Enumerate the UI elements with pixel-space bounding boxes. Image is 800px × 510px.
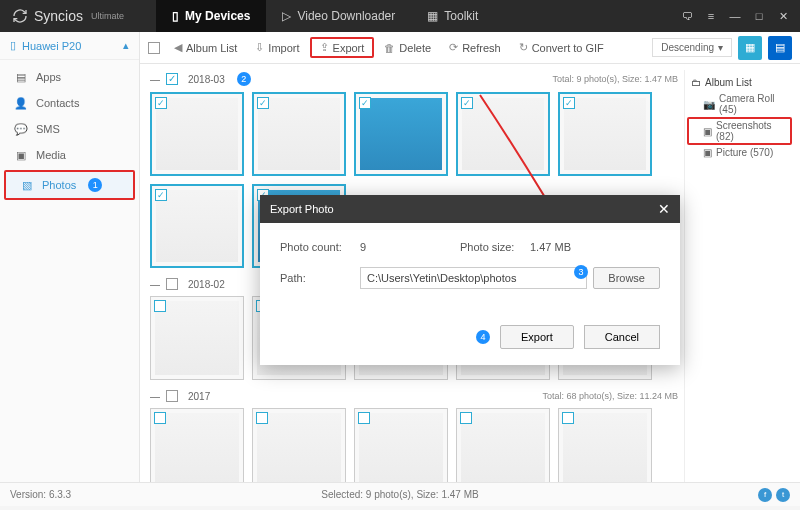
export-button[interactable]: ⇪Export xyxy=(310,37,375,58)
section-label: 2017 xyxy=(188,391,210,402)
convert-icon: ↻ xyxy=(519,41,528,54)
photo-thumb[interactable] xyxy=(150,408,244,482)
photo-size-value: 1.47 MB xyxy=(530,241,590,253)
browse-button[interactable]: Browse xyxy=(593,267,660,289)
brand: Syncios Ultimate xyxy=(0,8,136,24)
photo-thumb[interactable]: ✓ xyxy=(252,92,346,176)
sidebar: ▯ Huawei P20 ▴ ▤Apps 👤Contacts 💬SMS ▣Med… xyxy=(0,32,140,482)
photo-count-value: 9 xyxy=(360,241,420,253)
album-list-title: Album List xyxy=(705,77,752,88)
refresh-icon: ⟳ xyxy=(449,41,458,54)
view-mode-calendar[interactable]: ▦ xyxy=(738,36,762,60)
maximize-icon[interactable]: □ xyxy=(748,5,770,27)
delete-button[interactable]: 🗑Delete xyxy=(376,38,439,58)
section-label: 2018-03 xyxy=(188,74,225,85)
export-icon: ⇪ xyxy=(320,41,329,54)
sidebar-item-media[interactable]: ▣Media xyxy=(0,142,139,168)
photo-thumb[interactable] xyxy=(558,408,652,482)
image-icon: ▣ xyxy=(703,126,712,137)
back-icon: ◀ xyxy=(174,41,182,54)
album-picture[interactable]: ▣Picture (570) xyxy=(687,145,792,160)
photo-thumb[interactable]: ✓ xyxy=(354,92,448,176)
photo-thumb[interactable]: ✓ xyxy=(558,92,652,176)
sort-dropdown[interactable]: Descending▾ xyxy=(652,38,732,57)
nav-my-devices[interactable]: ▯ My Devices xyxy=(156,0,266,32)
collapse-icon[interactable]: — xyxy=(150,279,160,290)
dialog-title: Export Photo xyxy=(270,203,334,215)
section-2017: — 2017 Total: 68 photo(s), Size: 11.24 M… xyxy=(150,388,678,482)
media-icon: ▣ xyxy=(14,148,28,162)
step-badge-4: 4 xyxy=(476,330,490,344)
status-bar: Version: 6.3.3 Selected: 9 photo(s), Siz… xyxy=(0,482,800,506)
toolbar: ◀Album List ⇩Import ⇪Export 🗑Delete ⟳Ref… xyxy=(140,32,800,64)
minimize-icon[interactable]: — xyxy=(724,5,746,27)
sidebar-item-contacts[interactable]: 👤Contacts xyxy=(0,90,139,116)
device-selector[interactable]: ▯ Huawei P20 ▴ xyxy=(0,32,139,60)
photo-count-label: Photo count: xyxy=(280,241,360,253)
camera-icon: 📷 xyxy=(703,99,715,110)
image-icon: ▣ xyxy=(703,147,712,158)
album-panel: 🗀Album List 📷Camera Roll (45) ▣Screensho… xyxy=(684,70,794,482)
chat-icon[interactable]: 🗨 xyxy=(676,5,698,27)
facebook-icon[interactable]: f xyxy=(758,488,772,502)
export-photo-dialog: Export Photo ✕ Photo count: 9 Photo size… xyxy=(260,195,680,365)
photo-icon: ▧ xyxy=(20,178,34,192)
convert-gif-button[interactable]: ↻Convert to GIF xyxy=(511,37,612,58)
photo-thumb[interactable] xyxy=(456,408,550,482)
nav-video-downloader[interactable]: ▷ Video Downloader xyxy=(266,0,411,32)
brand-edition: Ultimate xyxy=(91,11,124,21)
sidebar-item-photos[interactable]: ▧ Photos 1 xyxy=(4,170,135,200)
album-screenshots[interactable]: ▣Screenshots (82) xyxy=(687,117,792,145)
phone-icon: ▯ xyxy=(172,9,179,23)
play-icon: ▷ xyxy=(282,9,291,23)
collapse-icon[interactable]: — xyxy=(150,391,160,402)
path-input[interactable] xyxy=(360,267,587,289)
section-info: Total: 68 photo(s), Size: 11.24 MB xyxy=(542,391,678,401)
dialog-close-icon[interactable]: ✕ xyxy=(658,201,670,217)
section-info: Total: 9 photo(s), Size: 1.47 MB xyxy=(552,74,678,84)
titlebar: Syncios Ultimate ▯ My Devices ▷ Video Do… xyxy=(0,0,800,32)
photo-thumb[interactable]: ✓ xyxy=(456,92,550,176)
trash-icon: 🗑 xyxy=(384,42,395,54)
photo-thumb[interactable] xyxy=(150,296,244,380)
view-mode-grid[interactable]: ▤ xyxy=(768,36,792,60)
dialog-cancel-button[interactable]: Cancel xyxy=(584,325,660,349)
photo-thumb[interactable]: ✓ xyxy=(150,184,244,268)
caret-down-icon: ▾ xyxy=(718,42,723,53)
photo-size-label: Photo size: xyxy=(460,241,530,253)
photo-thumb[interactable] xyxy=(252,408,346,482)
collapse-icon[interactable]: — xyxy=(150,74,160,85)
import-icon: ⇩ xyxy=(255,41,264,54)
path-label: Path: xyxy=(280,272,360,284)
user-icon: 👤 xyxy=(14,96,28,110)
close-icon[interactable]: ✕ xyxy=(772,5,794,27)
step-badge-1: 1 xyxy=(88,178,102,192)
album-list-button[interactable]: ◀Album List xyxy=(166,37,245,58)
sync-icon xyxy=(12,8,28,24)
selection-status: Selected: 9 photo(s), Size: 1.47 MB xyxy=(321,489,478,500)
select-all-checkbox[interactable] xyxy=(148,42,160,54)
twitter-icon[interactable]: t xyxy=(776,488,790,502)
album-camera-roll[interactable]: 📷Camera Roll (45) xyxy=(687,91,792,117)
section-label: 2018-02 xyxy=(188,279,225,290)
caret-up-icon: ▴ xyxy=(123,39,129,52)
grid-icon: ▦ xyxy=(427,9,438,23)
section-checkbox[interactable] xyxy=(166,278,178,290)
sidebar-item-apps[interactable]: ▤Apps xyxy=(0,64,139,90)
folder-icon: 🗀 xyxy=(691,77,701,88)
step-badge-2: 2 xyxy=(237,72,251,86)
brand-name: Syncios xyxy=(34,8,83,24)
section-checkbox[interactable]: ✓ xyxy=(166,73,178,85)
photo-thumb[interactable]: ✓ xyxy=(150,92,244,176)
import-button[interactable]: ⇩Import xyxy=(247,37,307,58)
menu-icon[interactable]: ≡ xyxy=(700,5,722,27)
section-checkbox[interactable] xyxy=(166,390,178,402)
nav-toolkit[interactable]: ▦ Toolkit xyxy=(411,0,494,32)
sms-icon: 💬 xyxy=(14,122,28,136)
photo-thumb[interactable] xyxy=(354,408,448,482)
step-badge-3: 3 xyxy=(574,265,588,279)
refresh-button[interactable]: ⟳Refresh xyxy=(441,37,509,58)
dialog-export-button[interactable]: Export xyxy=(500,325,574,349)
version-label: Version: 6.3.3 xyxy=(10,489,71,500)
sidebar-item-sms[interactable]: 💬SMS xyxy=(0,116,139,142)
